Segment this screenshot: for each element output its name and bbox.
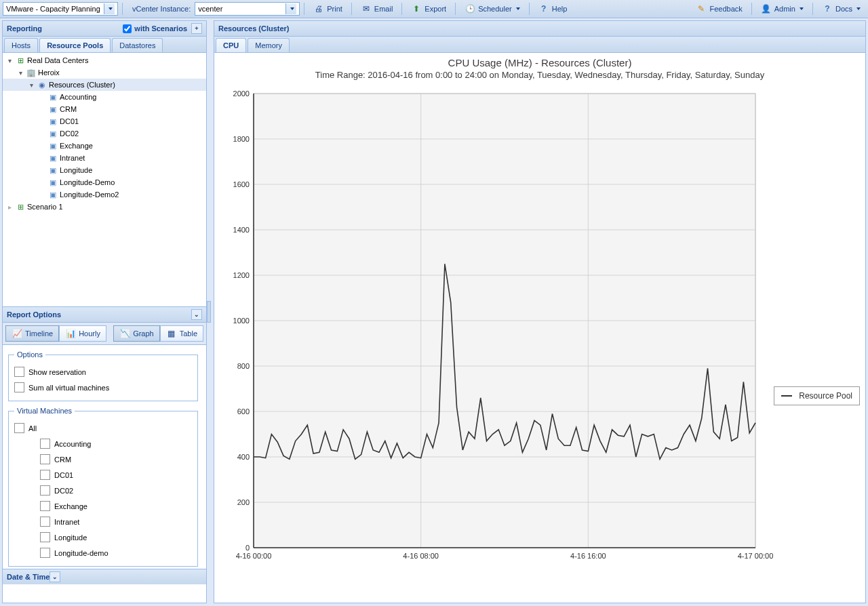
report-options-header[interactable]: Report Options ⌄ (3, 306, 206, 323)
right-panel: Resources (Cluster) CPU Memory CPU Usage… (214, 20, 866, 603)
reporting-header: Reporting with Scenarios + (3, 21, 206, 37)
checkbox[interactable] (40, 517, 50, 527)
admin-button[interactable]: 👤Admin (756, 1, 808, 16)
vm-row-longitude[interactable]: Longitude (14, 529, 192, 545)
graph-button[interactable]: 📉Graph (113, 325, 160, 342)
vm-fieldset: Virtual Machines All AccountingCRMDC01DC… (8, 407, 198, 567)
reporting-title: Reporting (7, 24, 42, 33)
checkbox[interactable] (40, 454, 50, 464)
top-toolbar: VMware - Capacity Planning vCenter Insta… (0, 0, 868, 18)
date-time-header[interactable]: Date & Time ⌄ (3, 569, 206, 584)
chart-area: CPU Usage (MHz) - Resources (Cluster) Ti… (214, 53, 865, 603)
checkbox[interactable] (40, 470, 50, 480)
plus-icon[interactable]: + (191, 23, 202, 34)
vm-all-row[interactable]: All (14, 420, 192, 436)
tree-node-longitude-demo2[interactable]: ▣Longitude-Demo2 (3, 188, 206, 201)
printer-icon: 🖨 (313, 3, 324, 14)
checkbox[interactable] (40, 439, 50, 449)
svg-text:1000: 1000 (233, 317, 250, 325)
feedback-button[interactable]: ✎Feedback (691, 1, 747, 16)
vm-row-longitude-demo[interactable]: Longitude-demo (14, 545, 192, 561)
legend: Resource Pool (774, 386, 860, 405)
tab-memory[interactable]: Memory (248, 38, 290, 52)
svg-text:200: 200 (237, 498, 250, 506)
tree-node-scenario[interactable]: ▸⊞Scenario 1 (3, 201, 206, 213)
vcenter-dropdown[interactable]: vcenter (195, 2, 300, 16)
tree-node-longitude[interactable]: ▣Longitude (3, 164, 206, 176)
svg-text:1800: 1800 (233, 135, 250, 143)
vm-row-dc01[interactable]: DC01 (14, 467, 192, 483)
vm-row-intranet[interactable]: Intranet (14, 514, 192, 529)
sum-vm-row[interactable]: Sum all virtual machines (14, 380, 192, 395)
tab-hosts[interactable]: Hosts (4, 38, 38, 52)
right-tabs: CPU Memory (214, 37, 865, 53)
tree-node-dc02[interactable]: ▣DC02 (3, 127, 206, 140)
export-button[interactable]: ⬆Export (406, 1, 451, 16)
vm-row-exchange[interactable]: Exchange (14, 498, 192, 514)
timeline-button[interactable]: 📈Timeline (5, 325, 59, 342)
checkbox[interactable] (14, 367, 24, 377)
tree-node-longitude-demo[interactable]: ▣Longitude-Demo (3, 176, 206, 188)
svg-text:800: 800 (237, 362, 250, 370)
svg-text:4-17 00:00: 4-17 00:00 (738, 552, 774, 560)
tree-node-heroix[interactable]: ▾🏢Heroix (3, 66, 206, 79)
svg-text:4-16 00:00: 4-16 00:00 (236, 552, 272, 560)
app-dropdown[interactable]: VMware - Capacity Planning (3, 2, 118, 16)
checkbox[interactable] (40, 532, 50, 542)
tree-node-resources[interactable]: ▾◉Resources (Cluster) (3, 79, 206, 91)
docs-button[interactable]: ?Docs (817, 1, 865, 16)
clock-icon: 🕒 (465, 3, 475, 14)
table-icon: ▦ (166, 328, 177, 339)
datacenter-icon: ⊞ (15, 55, 26, 66)
tree-node-intranet[interactable]: ▣Intranet (3, 152, 206, 164)
tab-resource-pools[interactable]: Resource Pools (39, 38, 111, 52)
checkbox[interactable] (40, 548, 50, 558)
tab-cpu[interactable]: CPU (216, 38, 246, 52)
svg-text:400: 400 (237, 453, 250, 461)
scheduler-button[interactable]: 🕒Scheduler (460, 1, 525, 16)
tree-node-accounting[interactable]: ▣Accounting (3, 91, 206, 103)
tree-node-dc01[interactable]: ▣DC01 (3, 115, 206, 127)
vm-row-crm[interactable]: CRM (14, 451, 192, 467)
chevron-down-icon[interactable]: ⌄ (191, 309, 202, 320)
help-button[interactable]: ?Help (534, 1, 572, 16)
splitter[interactable] (207, 18, 211, 605)
vm-icon: ▣ (47, 165, 58, 176)
vm-icon: ▣ (47, 92, 58, 102)
vcenter-label: vCenter Instance: (132, 5, 191, 13)
show-reservation-row[interactable]: Show reservation (14, 364, 192, 380)
svg-text:1200: 1200 (233, 271, 250, 279)
help-icon: ? (822, 3, 833, 14)
svg-text:600: 600 (237, 407, 250, 416)
vm-row-dc02[interactable]: DC02 (14, 483, 192, 498)
collapse-icon[interactable]: ▾ (27, 81, 35, 89)
svg-text:1600: 1600 (233, 180, 250, 188)
expand-icon[interactable]: ▸ (5, 203, 14, 211)
table-button[interactable]: ▦Table (160, 325, 203, 342)
checkbox[interactable] (40, 501, 50, 511)
svg-text:4-16 16:00: 4-16 16:00 (570, 552, 606, 560)
checkbox[interactable] (40, 485, 50, 496)
print-button[interactable]: 🖨Print (309, 1, 347, 16)
collapse-icon[interactable]: ▾ (16, 68, 24, 77)
tree-node-root[interactable]: ▾⊞Real Data Centers (3, 54, 206, 66)
vm-row-accounting[interactable]: Accounting (14, 436, 192, 451)
email-button[interactable]: ✉Email (356, 1, 398, 16)
user-icon: 👤 (761, 3, 772, 14)
vm-icon: ▣ (47, 140, 58, 151)
chart-title: CPU Usage (MHz) - Resources (Cluster) Ti… (214, 57, 865, 80)
hourly-button[interactable]: 📊Hourly (59, 325, 106, 342)
vm-icon: ▣ (47, 128, 58, 139)
bar-chart-icon: 📊 (65, 328, 76, 339)
checkbox[interactable] (14, 382, 24, 392)
timeline-icon: 📈 (12, 328, 22, 339)
right-header: Resources (Cluster) (214, 21, 865, 37)
tab-datastores[interactable]: Datastores (112, 38, 163, 52)
chevron-down-icon[interactable]: ⌄ (50, 571, 60, 582)
checkbox[interactable] (14, 423, 24, 433)
collapse-icon[interactable]: ▾ (5, 56, 14, 64)
with-scenarios-checkbox[interactable] (123, 24, 132, 33)
pencil-icon: ✎ (696, 3, 707, 14)
tree-node-exchange[interactable]: ▣Exchange (3, 140, 206, 152)
tree-node-crm[interactable]: ▣CRM (3, 103, 206, 115)
